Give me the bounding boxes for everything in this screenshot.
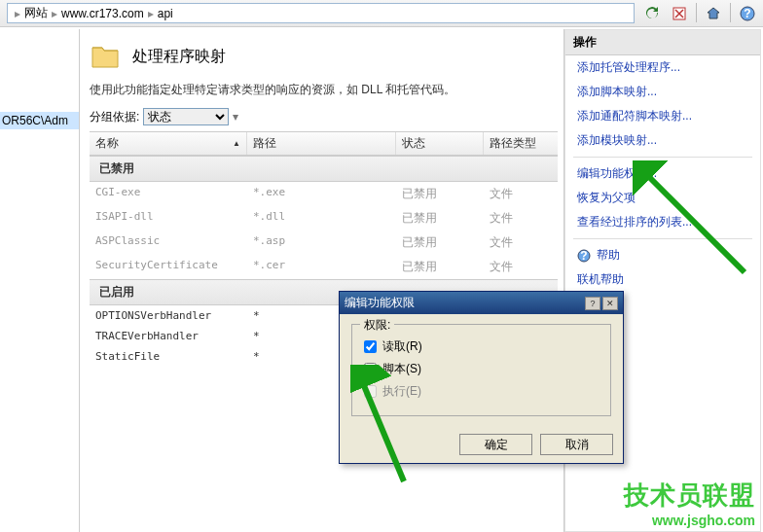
permissions-group-label: 权限: (360, 317, 394, 334)
table-header-row: 名称 ▲ 路径 状态 路径类型 (90, 132, 558, 156)
actions-header: 操作 (565, 30, 760, 55)
dropdown-separator: ▾ (233, 110, 238, 124)
group-by-select[interactable]: 状态 (143, 108, 229, 125)
col-state[interactable]: 状态 (396, 132, 484, 155)
crumb-host[interactable]: www.cr173.com (61, 7, 144, 20)
connections-tree[interactable]: OR56C\Adm (0, 29, 80, 532)
svg-text:?: ? (580, 249, 587, 263)
dialog-help-icon[interactable]: ? (585, 297, 600, 310)
ok-button[interactable]: 确定 (459, 434, 532, 455)
crumb-sites[interactable]: 网站 (24, 5, 48, 21)
group-disabled[interactable]: 已禁用 (90, 156, 558, 182)
dialog-titlebar[interactable]: 编辑功能权限 ? ✕ (340, 292, 623, 314)
col-path[interactable]: 路径 (247, 132, 396, 155)
execute-checkbox (364, 385, 377, 398)
action-add-script[interactable]: 添加脚本映射... (565, 80, 760, 104)
action-revert[interactable]: 恢复为父项 (565, 186, 760, 210)
breadcrumb[interactable]: ▸ 网站 ▸ www.cr173.com ▸ api (7, 3, 635, 23)
svg-text:?: ? (744, 7, 750, 20)
script-checkbox[interactable] (364, 363, 377, 375)
execute-checkbox-row: 执行(E) (364, 383, 599, 400)
home-button[interactable] (703, 3, 724, 24)
action-view-ordered[interactable]: 查看经过排序的列表... (565, 210, 760, 234)
col-name[interactable]: 名称 ▲ (90, 132, 247, 155)
handler-mappings-icon (90, 41, 121, 72)
dialog-title: 编辑功能权限 (345, 295, 415, 311)
address-toolbar: ▸ 网站 ▸ www.cr173.com ▸ api ? (0, 0, 763, 27)
cancel-button[interactable]: 取消 (540, 434, 613, 455)
action-add-wildcard[interactable]: 添加通配符脚本映射... (565, 104, 760, 128)
page-title: 处理程序映射 (132, 47, 226, 67)
chevron-icon: ▸ (52, 7, 57, 20)
watermark-title: 技术员联盟 (624, 479, 755, 513)
table-row[interactable]: ISAPI-dll*.dll已禁用文件 (90, 206, 558, 231)
group-by-label: 分组依据: (90, 109, 139, 125)
crumb-api[interactable]: api (158, 7, 173, 20)
tree-node-server[interactable]: OR56C\Adm (0, 112, 79, 129)
read-checkbox[interactable] (364, 340, 377, 353)
sort-up-icon: ▲ (233, 139, 240, 148)
watermark: 技术员联盟 www.jsgho.com (624, 479, 755, 528)
script-checkbox-row[interactable]: 脚本(S) (364, 361, 599, 377)
watermark-url: www.jsgho.com (624, 513, 755, 528)
read-checkbox-row[interactable]: 读取(R) (364, 338, 599, 355)
table-row[interactable]: SecurityCertificate*.cer已禁用文件 (90, 255, 558, 279)
refresh-button[interactable] (641, 3, 663, 24)
action-help[interactable]: ? 帮助 (565, 243, 760, 267)
action-add-managed[interactable]: 添加托管处理程序... (565, 55, 760, 80)
page-description: 使用此功能指定处理特定请求类型的响应的资源，如 DLL 和托管代码。 (90, 82, 558, 98)
close-icon[interactable]: ✕ (602, 297, 618, 310)
help-button[interactable]: ? (737, 3, 758, 24)
chevron-icon: ▸ (15, 7, 20, 20)
stop-button[interactable] (669, 3, 690, 24)
table-row[interactable]: ASPClassic*.asp已禁用文件 (90, 231, 558, 255)
action-edit-permissions[interactable]: 编辑功能权限... (565, 161, 760, 186)
col-type[interactable]: 路径类型 (484, 132, 558, 155)
edit-permissions-dialog: 编辑功能权限 ? ✕ 权限: 读取(R) 脚本(S) 执行(E) 确定 取消 (339, 291, 624, 464)
chevron-icon: ▸ (148, 7, 154, 20)
help-icon: ? (577, 249, 591, 263)
table-row[interactable]: CGI-exe*.exe已禁用文件 (90, 182, 558, 206)
action-online-help[interactable]: 联机帮助 (565, 267, 760, 292)
action-add-module[interactable]: 添加模块映射... (565, 128, 760, 153)
